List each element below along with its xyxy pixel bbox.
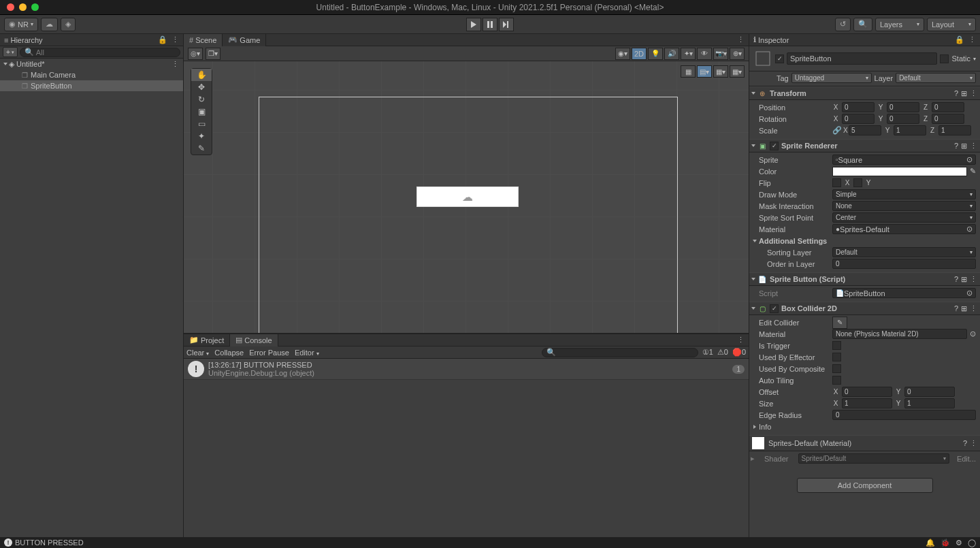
lock-icon[interactable]: 🔒 [158, 35, 167, 44]
rot-y-input[interactable]: 0 [887, 114, 919, 124]
transform-header[interactable]: ⊕ Transform ?⊞⋮ [749, 86, 980, 100]
tag-dropdown[interactable]: Untagged [791, 73, 872, 83]
link-icon[interactable]: 🔗 [832, 126, 840, 135]
help-icon[interactable]: ? [954, 142, 958, 150]
error-pause-button[interactable]: Error Pause [249, 349, 289, 357]
active-checkbox[interactable]: ✓ [775, 54, 784, 63]
global-search-button[interactable]: 🔍 [853, 18, 872, 31]
info-count-button[interactable]: ①1 [702, 348, 713, 357]
foldout-icon[interactable] [753, 240, 757, 242]
toolbar-handle-button[interactable]: ❒▾ [206, 48, 220, 60]
flip-y-checkbox[interactable] [853, 178, 862, 187]
sprite-in-scene[interactable]: ☁ [416, 187, 519, 207]
foldout-icon[interactable]: ▸ [751, 454, 755, 463]
status-icon[interactable]: 🔔 [926, 538, 935, 547]
eyedropper-icon[interactable]: ✎ [970, 167, 976, 176]
scl-z-input[interactable]: 1 [938, 125, 971, 135]
lock-icon[interactable]: 🔒 [955, 35, 964, 44]
offset-y-input[interactable]: 0 [904, 387, 955, 397]
drawmode-dropdown[interactable]: Simple [832, 189, 976, 199]
layout-dropdown[interactable]: Layout▾ [927, 18, 976, 31]
help-icon[interactable]: ? [954, 304, 958, 313]
status-icon[interactable]: ◯ [968, 538, 976, 547]
foldout-icon[interactable] [3, 63, 7, 65]
tab-menu-icon[interactable]: ⋮ [968, 35, 976, 44]
foldout-icon[interactable] [751, 307, 755, 310]
status-icon[interactable]: ⚙ [956, 538, 962, 547]
size-y-input[interactable]: 1 [904, 398, 955, 408]
orderinlayer-input[interactable]: 0 [832, 259, 976, 269]
step-button[interactable] [499, 18, 514, 31]
preset-icon[interactable]: ⊞ [961, 142, 967, 150]
composite-checkbox[interactable] [832, 364, 841, 373]
help-icon[interactable]: ? [963, 439, 967, 448]
gizmos-button[interactable]: ⊕▾ [730, 48, 745, 60]
foldout-icon[interactable] [751, 278, 755, 280]
hand-tool-button[interactable]: ✋ [191, 69, 212, 81]
foldout-icon[interactable] [751, 92, 755, 95]
boxcollider-header[interactable]: ▢ ✓ Box Collider 2D ?⊞⋮ [749, 302, 980, 315]
menu-icon[interactable]: ⋮ [970, 142, 977, 150]
tab-menu-icon[interactable]: ⋮ [172, 35, 179, 44]
toolbar-pivot-button[interactable]: ◎▾ [188, 48, 203, 60]
pos-y-input[interactable]: 0 [887, 102, 919, 112]
preset-icon[interactable]: ⊞ [961, 89, 967, 98]
menu-icon[interactable]: ⋮ [970, 89, 977, 98]
tab-menu-icon[interactable]: ⋮ [737, 35, 745, 44]
editor-dropdown[interactable]: Editor ▾ [295, 349, 319, 357]
pos-z-input[interactable]: 0 [932, 102, 964, 112]
component-enable-checkbox[interactable]: ✓ [770, 304, 779, 313]
hierarchy-tab[interactable]: ≡ Hierarchy 🔒⋮ [0, 34, 183, 46]
physmat-field[interactable]: None (Physics Material 2D) [832, 329, 967, 339]
foldout-icon[interactable] [751, 144, 755, 147]
rotate-tool-button[interactable]: ↻ [191, 93, 212, 106]
undo-history-button[interactable]: ↺ [835, 18, 851, 31]
console-log-entry[interactable]: ! [13:26:17] BUTTON PRESSED UnityEngine.… [184, 359, 749, 380]
preset-icon[interactable]: ⊞ [961, 275, 967, 284]
transform-tool-button[interactable]: ✦ [191, 130, 212, 142]
sprite-field[interactable]: ▫Square⊙ [832, 155, 976, 165]
rot-z-input[interactable]: 0 [932, 114, 964, 124]
effector-checkbox[interactable] [832, 353, 841, 361]
lighting-button[interactable]: 💡 [648, 48, 663, 60]
help-icon[interactable]: ? [954, 275, 958, 284]
sortinglayer-dropdown[interactable]: Default [832, 247, 976, 257]
sortpoint-dropdown[interactable]: Center [832, 212, 976, 223]
mask-dropdown[interactable]: None [832, 201, 976, 211]
offset-x-input[interactable]: 0 [842, 387, 892, 397]
layers-dropdown[interactable]: Layers▾ [875, 18, 924, 31]
scene-root-row[interactable]: ◈Untitled*⋮ [0, 59, 183, 69]
gameobject-icon[interactable] [753, 49, 772, 68]
collapse-button[interactable]: Collapse [214, 349, 244, 357]
create-dropdown[interactable]: +▾ [3, 47, 18, 57]
object-picker-icon[interactable]: ⊙ [966, 155, 973, 164]
object-picker-icon[interactable]: ⊙ [970, 329, 976, 338]
object-picker-icon[interactable]: ⊙ [966, 225, 973, 233]
scene-tab[interactable]: #Scene [184, 34, 223, 46]
layer-dropdown[interactable]: Default [896, 73, 976, 83]
camera-options-button[interactable]: 📷▾ [713, 48, 728, 60]
material-header[interactable]: Sprites-Default (Material) ?⋮ [749, 435, 980, 451]
warn-count-button[interactable]: ⚠0 [717, 348, 728, 357]
spritebutton-header[interactable]: 📄 Sprite Button (Script) ?⊞⋮ [749, 272, 980, 286]
hierarchy-item-spritebutton[interactable]: ❒SpriteButton [0, 80, 183, 91]
custom-tool-button[interactable]: ✎ [191, 142, 212, 155]
scene-menu-icon[interactable]: ⋮ [172, 60, 179, 69]
cloud-button[interactable]: ☁ [41, 18, 58, 31]
overlay-align-button[interactable]: ▦▾ [730, 65, 745, 78]
project-tab[interactable]: 📁Project [184, 334, 230, 346]
istrigger-checkbox[interactable] [832, 341, 841, 350]
fx-button[interactable]: ✦▾ [681, 48, 696, 60]
flip-x-checkbox[interactable] [832, 178, 841, 187]
inspector-tab[interactable]: ℹ Inspector 🔒⋮ [749, 34, 980, 46]
move-tool-button[interactable]: ✥ [191, 81, 212, 93]
console-tab[interactable]: ▤Console [230, 334, 278, 346]
scene-view[interactable]: ☁ ✋ ✥ ↻ ▣ ▭ ✦ ✎ ▦ ▤▾ ▦▾ ▦▾ [184, 61, 749, 333]
pause-button[interactable] [483, 18, 497, 31]
rot-x-input[interactable]: 0 [842, 114, 875, 124]
edit-button[interactable]: Edit... [957, 455, 976, 463]
pos-x-input[interactable]: 0 [842, 102, 875, 112]
overlay-incr-button[interactable]: ▦▾ [713, 65, 728, 78]
draw-mode-button[interactable]: ◉▾ [615, 48, 630, 60]
editcollider-button[interactable]: ✎ [832, 317, 847, 329]
